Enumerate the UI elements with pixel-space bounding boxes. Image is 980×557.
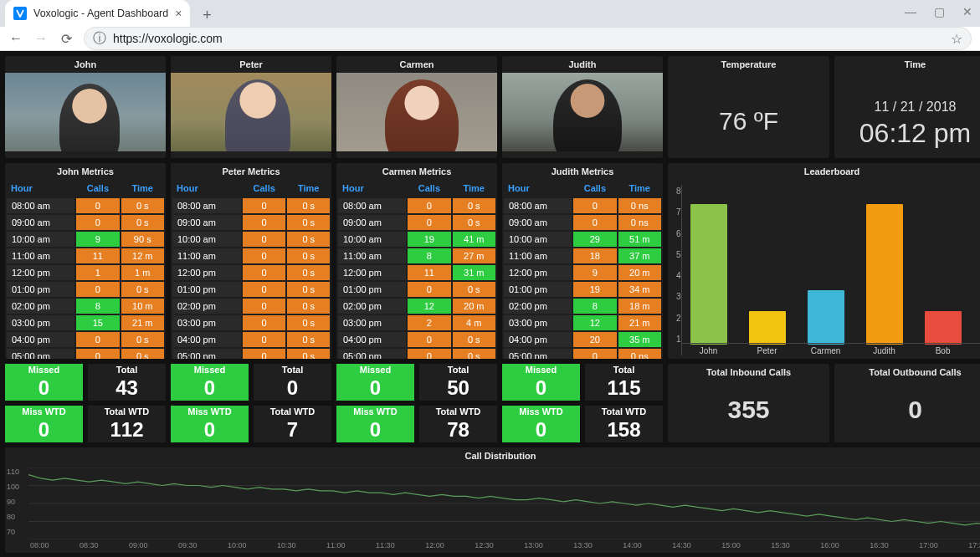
x-tick: 11:00 bbox=[326, 541, 346, 549]
metrics-title: John Metrics bbox=[5, 163, 166, 180]
bookmark-icon[interactable]: ☆ bbox=[951, 31, 962, 47]
time-cell: 0 s bbox=[452, 197, 497, 214]
x-tick: 12:30 bbox=[475, 541, 494, 549]
total-inbound-panel: Total Inbound Calls 355 bbox=[668, 364, 829, 442]
time-date: 11 / 21 / 2018 bbox=[875, 100, 957, 115]
calls-cell: 0 bbox=[407, 214, 451, 231]
table-row: 04:00 pm 20 35 m bbox=[503, 331, 662, 348]
missed-tile: Missed0 bbox=[502, 364, 580, 401]
x-tick: 10:30 bbox=[277, 541, 296, 549]
hour-cell: 02:00 pm bbox=[172, 298, 242, 314]
agent-photo bbox=[171, 73, 331, 151]
time-cell: 0 s bbox=[286, 298, 331, 314]
nav-forward-icon[interactable]: → bbox=[33, 31, 49, 46]
col-calls[interactable]: Calls bbox=[242, 180, 287, 197]
hour-cell: 03:00 pm bbox=[337, 314, 407, 331]
table-row: 10:00 am 29 51 m bbox=[503, 231, 662, 248]
table-row: 11:00 am 11 12 m bbox=[6, 248, 165, 264]
table-row: 10:00 am 19 41 m bbox=[337, 231, 496, 248]
agent-name: Judith bbox=[502, 56, 663, 73]
hour-cell: 11:00 am bbox=[172, 248, 242, 264]
total-tile: Total0 bbox=[254, 364, 331, 401]
col-time[interactable]: Time bbox=[452, 180, 497, 197]
miss-wtd-tile: Miss WTD0 bbox=[336, 406, 414, 442]
bar-label: Bob bbox=[936, 346, 951, 355]
x-tick: 13:00 bbox=[524, 541, 543, 549]
table-row: 02:00 pm 12 20 m bbox=[337, 298, 496, 314]
time-cell: 21 m bbox=[618, 314, 663, 331]
agent-card: John bbox=[5, 56, 166, 158]
calls-cell: 9 bbox=[75, 231, 120, 248]
leaderboard-bar: Bob bbox=[925, 311, 962, 355]
col-time[interactable]: Time bbox=[286, 180, 331, 197]
table-row: 03:00 pm 0 0 s bbox=[172, 314, 331, 331]
time-cell: 0 s bbox=[452, 331, 497, 348]
col-calls[interactable]: Calls bbox=[407, 180, 451, 197]
calls-cell: 0 bbox=[75, 348, 120, 359]
agent-name: John bbox=[5, 56, 166, 73]
calls-cell: 0 bbox=[75, 197, 120, 214]
site-info-icon[interactable]: ⓘ bbox=[93, 30, 106, 48]
col-calls[interactable]: Calls bbox=[572, 180, 617, 197]
calls-cell: 0 bbox=[242, 281, 287, 298]
omnibox[interactable]: ⓘ ☆ bbox=[84, 27, 972, 50]
col-hour[interactable]: Hour bbox=[337, 180, 407, 197]
calls-cell: 0 bbox=[407, 197, 451, 214]
nav-reload-icon[interactable]: ⟳ bbox=[59, 31, 74, 47]
total-outbound-title: Total Outbound Calls bbox=[834, 364, 980, 381]
window-close-icon[interactable]: ✕ bbox=[962, 5, 973, 17]
calls-cell: 11 bbox=[75, 248, 120, 264]
table-row: 05:00 pm 0 0 s bbox=[6, 348, 165, 359]
window-controls: — ▢ ✕ bbox=[905, 5, 973, 17]
time-cell: 0 s bbox=[452, 281, 497, 298]
table-row: 11:00 am 18 37 m bbox=[503, 248, 662, 264]
calls-cell: 20 bbox=[572, 331, 617, 348]
time-cell: 10 m bbox=[121, 298, 166, 314]
x-tick: 11:30 bbox=[376, 541, 395, 549]
hour-cell: 04:00 pm bbox=[172, 331, 242, 348]
calls-cell: 12 bbox=[572, 314, 617, 331]
metrics-panel: Judith Metrics Hour Calls Time 08:00 am … bbox=[502, 163, 663, 359]
nav-back-icon[interactable]: ← bbox=[8, 31, 23, 46]
col-hour[interactable]: Hour bbox=[503, 180, 572, 197]
metrics-title: Carmen Metrics bbox=[336, 163, 497, 180]
calls-cell: 9 bbox=[572, 264, 617, 281]
calls-cell: 0 bbox=[242, 197, 287, 214]
hour-cell: 12:00 pm bbox=[172, 264, 242, 281]
col-time[interactable]: Time bbox=[618, 180, 663, 197]
bar bbox=[866, 204, 903, 345]
time-panel: Time 11 / 21 / 2018 06:12 pm bbox=[834, 56, 980, 158]
hour-cell: 04:00 pm bbox=[337, 331, 407, 348]
time-cell: 18 m bbox=[618, 298, 663, 314]
time-cell: 20 m bbox=[452, 298, 497, 314]
x-tick: 09:00 bbox=[129, 541, 148, 549]
hour-cell: 08:00 am bbox=[6, 197, 75, 214]
time-cell: 90 s bbox=[121, 231, 166, 248]
hour-cell: 12:00 pm bbox=[337, 264, 407, 281]
temperature-title: Temperature bbox=[668, 56, 829, 73]
url-input[interactable] bbox=[113, 32, 951, 45]
col-hour[interactable]: Hour bbox=[172, 180, 242, 197]
table-row: 02:00 pm 8 10 m bbox=[6, 298, 165, 314]
col-hour[interactable]: Hour bbox=[6, 180, 75, 197]
browser-tab[interactable]: Voxologic - Agent Dashboard × bbox=[5, 0, 190, 27]
hour-cell: 02:00 pm bbox=[337, 298, 407, 314]
x-tick: 12:00 bbox=[425, 541, 444, 549]
total-wtd-tile: Total WTD7 bbox=[254, 406, 331, 442]
total-inbound-value: 355 bbox=[668, 381, 829, 439]
window-maximize-icon[interactable]: ▢ bbox=[933, 5, 945, 17]
table-row: 02:00 pm 8 18 m bbox=[503, 298, 662, 314]
bar-label: John bbox=[700, 346, 718, 355]
table-row: 08:00 am 0 0 s bbox=[6, 197, 165, 214]
time-cell: 0 s bbox=[452, 214, 497, 231]
tab-close-icon[interactable]: × bbox=[175, 7, 182, 20]
hour-cell: 05:00 pm bbox=[172, 348, 242, 359]
x-tick: 16:00 bbox=[820, 541, 839, 549]
new-tab-button[interactable]: + bbox=[195, 3, 218, 27]
col-calls[interactable]: Calls bbox=[75, 180, 120, 197]
table-row: 09:00 am 0 0 s bbox=[172, 214, 331, 231]
calls-cell: 29 bbox=[572, 231, 617, 248]
col-time[interactable]: Time bbox=[121, 180, 166, 197]
window-minimize-icon[interactable]: — bbox=[905, 5, 916, 17]
table-row: 09:00 am 0 0 s bbox=[6, 214, 165, 231]
